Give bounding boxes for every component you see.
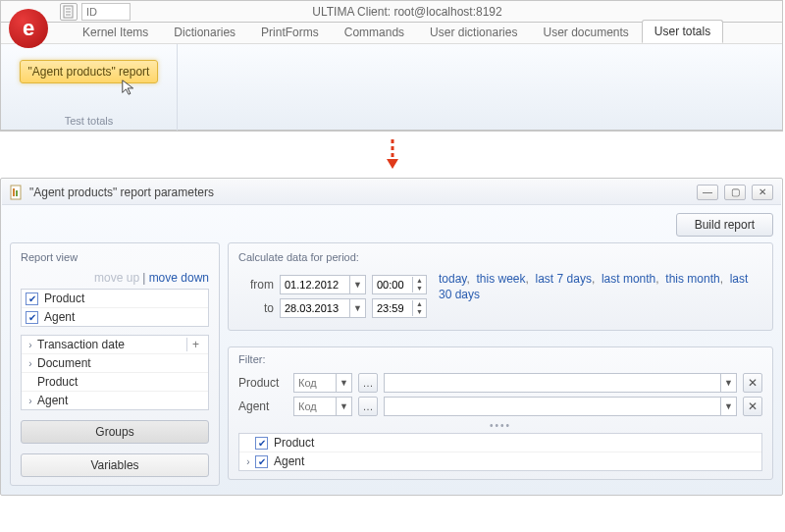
chevron-right-icon[interactable]: › <box>243 456 253 467</box>
to-date-dropdown[interactable]: ▼ <box>349 299 365 317</box>
to-time-down[interactable]: ▼ <box>413 308 426 316</box>
clear-button[interactable]: ✕ <box>743 373 762 393</box>
quick-link-this-month[interactable]: this month <box>665 272 719 286</box>
ribbon: "Agent products" report Test totals <box>1 44 782 131</box>
arrow-down-icon <box>0 139 785 172</box>
id-input[interactable] <box>81 3 131 21</box>
checkbox-icon[interactable]: ✔ <box>255 455 268 468</box>
doc-icon <box>60 3 78 21</box>
chevron-right-icon[interactable]: › <box>26 396 35 406</box>
list-item-label: Agent <box>37 394 204 407</box>
report-view-title: Report view <box>21 251 209 263</box>
list-item-label: Product <box>44 292 204 305</box>
clear-button[interactable]: ✕ <box>743 397 762 416</box>
move-up-link[interactable]: move up <box>94 271 139 285</box>
tab-user-totals[interactable]: User totals <box>642 20 723 43</box>
period-title: Calculate data for period: <box>238 251 762 263</box>
filter-title: Filter: <box>238 353 762 365</box>
tab-kernel-items[interactable]: Kernel Items <box>70 21 161 43</box>
filter-code-input[interactable] <box>294 377 336 389</box>
from-label: from <box>238 278 274 292</box>
browse-button[interactable]: … <box>358 397 378 416</box>
tab-user-dictionaries[interactable]: User dictionaries <box>417 21 530 43</box>
to-date-input[interactable] <box>281 302 349 314</box>
window-title: ULTIMA Client: root@localhost:8192 <box>131 5 684 19</box>
chevron-right-icon[interactable]: › <box>26 358 35 369</box>
list-item-label: Transaction date <box>37 338 186 351</box>
filter-code-input[interactable] <box>294 400 336 412</box>
to-label: to <box>238 301 274 315</box>
dropdown-icon[interactable]: ▼ <box>336 398 351 415</box>
checkbox-icon[interactable]: ✔ <box>255 437 268 450</box>
filter-list-item[interactable]: ✔Product <box>239 434 761 452</box>
filter-list-item[interactable]: ›✔Agent <box>239 452 761 470</box>
move-down-link[interactable]: move down <box>149 271 209 285</box>
from-time-input[interactable] <box>373 279 412 291</box>
svg-rect-6 <box>13 188 15 196</box>
minimize-button[interactable]: — <box>697 185 718 200</box>
field-item[interactable]: ›Transaction date+ <box>22 336 208 354</box>
quick-period-links: today, this week, last 7 days, last mont… <box>439 271 762 322</box>
checked-item[interactable]: ✔Product <box>22 290 208 308</box>
close-button[interactable]: ✕ <box>752 185 773 200</box>
report-icon <box>10 185 24 200</box>
maximize-button[interactable]: ▢ <box>724 185 746 200</box>
cursor-icon <box>121 79 138 96</box>
quick-link-last-7-days[interactable]: last 7 days <box>536 272 592 286</box>
from-time-down[interactable]: ▼ <box>413 285 426 293</box>
browse-button[interactable]: … <box>358 373 378 393</box>
main-tabs: Kernel ItemsDictionariesPrintFormsComman… <box>1 23 782 44</box>
tab-dictionaries[interactable]: Dictionaries <box>161 21 248 43</box>
checked-item[interactable]: ✔Agent <box>22 308 208 326</box>
to-time-input[interactable] <box>373 302 412 314</box>
field-item[interactable]: ›Document <box>22 354 208 373</box>
field-item[interactable]: ›Agent <box>22 392 208 409</box>
tab-user-documents[interactable]: User documents <box>530 21 641 43</box>
checkbox-icon[interactable]: ✔ <box>26 293 38 305</box>
dropdown-icon[interactable]: ▼ <box>720 398 736 415</box>
build-report-button[interactable]: Build report <box>676 213 773 237</box>
quick-link-this-week[interactable]: this week <box>476 272 525 286</box>
ribbon-group-label: Test totals <box>1 115 177 127</box>
field-item[interactable]: Product <box>22 373 208 392</box>
from-time-up[interactable]: ▲ <box>413 277 426 285</box>
add-button[interactable]: + <box>186 338 204 351</box>
groups-button[interactable]: Groups <box>21 420 209 444</box>
to-time-up[interactable]: ▲ <box>413 300 426 308</box>
quick-link-today[interactable]: today <box>439 272 466 286</box>
dialog-title: "Agent products" report parameters <box>29 186 214 199</box>
checkbox-icon[interactable]: ✔ <box>26 311 38 324</box>
from-date-dropdown[interactable]: ▼ <box>349 276 365 293</box>
tab-commands[interactable]: Commands <box>332 21 417 43</box>
list-item-label: Agent <box>274 454 758 468</box>
list-item-label: Product <box>37 375 204 389</box>
from-date-input[interactable] <box>281 279 349 291</box>
tab-printforms[interactable]: PrintForms <box>248 21 332 43</box>
dropdown-icon[interactable]: ▼ <box>336 374 351 392</box>
variables-button[interactable]: Variables <box>21 453 209 477</box>
filter-label: Agent <box>238 399 288 413</box>
separator-dots: •••• <box>238 420 762 431</box>
filter-label: Product <box>238 376 288 390</box>
svg-rect-7 <box>16 190 18 196</box>
list-item-label: Product <box>274 436 758 450</box>
dropdown-icon[interactable]: ▼ <box>720 374 736 392</box>
list-item-label: Document <box>37 356 204 370</box>
chevron-right-icon[interactable]: › <box>26 340 35 350</box>
quick-link-last-month[interactable]: last month <box>602 272 655 286</box>
list-item-label: Agent <box>44 310 204 324</box>
